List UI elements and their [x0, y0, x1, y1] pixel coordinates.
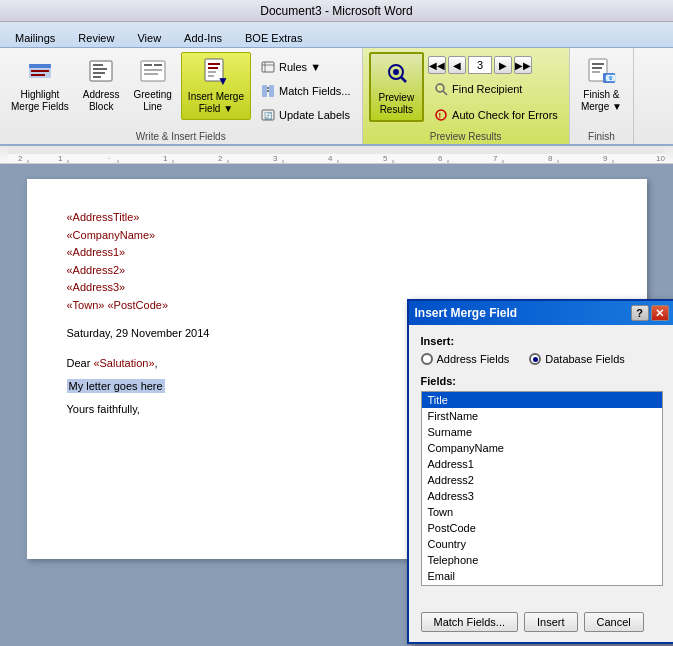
preview-results-icon — [380, 58, 412, 90]
find-recipient-icon — [433, 81, 449, 97]
svg-text:8: 8 — [548, 154, 553, 163]
dialog-help-button[interactable]: ? — [631, 305, 649, 321]
svg-text:6: 6 — [438, 154, 443, 163]
field-address2: «Address2» — [67, 262, 607, 280]
tab-mailings[interactable]: Mailings — [4, 27, 66, 47]
fields-list[interactable]: Title FirstName Surname CompanyName Addr… — [421, 391, 663, 586]
svg-rect-43 — [8, 154, 665, 164]
field-item-title[interactable]: Title — [422, 392, 662, 408]
insert-merge-field-label: Insert MergeField ▼ — [188, 91, 244, 115]
svg-rect-39 — [592, 71, 600, 73]
ribbon-group-finish-content: 📧 Finish &Merge ▼ — [576, 52, 627, 129]
match-fields-icon — [260, 83, 276, 99]
document-area: «AddressTitle» «CompanyName» «Address1» … — [0, 164, 673, 646]
svg-rect-15 — [208, 63, 220, 65]
address-block-label: AddressBlock — [83, 89, 120, 113]
nav-next-button[interactable]: ▶ — [494, 56, 512, 74]
fields-label: Fields: — [421, 375, 663, 387]
nav-number-input[interactable] — [468, 56, 492, 74]
highlight-merge-label: HighlightMerge Fields — [11, 89, 69, 113]
field-item-directline[interactable]: DirectLine — [422, 584, 662, 586]
svg-rect-37 — [592, 63, 604, 65]
tab-boe[interactable]: BOE Extras — [234, 27, 313, 47]
radio-database-fields[interactable]: Database Fields — [529, 353, 625, 365]
preview-group-label: Preview Results — [430, 129, 502, 142]
tab-addins[interactable]: Add-Ins — [173, 27, 233, 47]
preview-results-label: PreviewResults — [379, 92, 415, 116]
ribbon-group-write-content: HighlightMerge Fields AddressBlock — [6, 52, 356, 129]
update-labels-button[interactable]: 🔄 Update Labels — [255, 104, 356, 126]
radio-database-label: Database Fields — [545, 353, 625, 365]
ribbon-group-finish: 📧 Finish &Merge ▼ Finish — [570, 48, 634, 144]
ruler: 2 1 · 1 2 3 4 5 6 7 8 9 10 — [0, 146, 673, 164]
address-block-button[interactable]: AddressBlock — [78, 52, 125, 116]
small-buttons-group: Rules ▼ Match Fields... — [255, 56, 356, 126]
finish-merge-label: Finish &Merge ▼ — [581, 89, 622, 113]
ribbon-tabs: Mailings Review View Add-Ins BOE Extras — [0, 22, 673, 48]
dialog-close-button[interactable]: ✕ — [651, 305, 669, 321]
greeting-line-label: GreetingLine — [134, 89, 172, 113]
insert-button-dialog[interactable]: Insert — [524, 612, 578, 632]
field-item-companyname[interactable]: CompanyName — [422, 440, 662, 456]
radio-address-circle — [421, 353, 433, 365]
nav-prev-button[interactable]: ◀ — [448, 56, 466, 74]
salutation-field: «Salutation» — [93, 357, 154, 369]
field-address1: «Address1» — [67, 244, 607, 262]
tab-review[interactable]: Review — [67, 27, 125, 47]
update-labels-label: Update Labels — [279, 109, 350, 121]
radio-group-insert: Address Fields Database Fields — [421, 353, 663, 365]
field-item-address2[interactable]: Address2 — [422, 472, 662, 488]
cancel-button-dialog[interactable]: Cancel — [584, 612, 644, 632]
field-item-address1[interactable]: Address1 — [422, 456, 662, 472]
svg-text:10: 10 — [656, 154, 665, 163]
svg-rect-11 — [154, 64, 162, 66]
svg-text:1: 1 — [163, 154, 168, 163]
preview-controls: ◀◀ ◀ ▶ ▶▶ Find Recipient — [428, 56, 563, 126]
finish-merge-button[interactable]: 📧 Finish &Merge ▼ — [576, 52, 627, 116]
match-fields-button[interactable]: Match Fields... — [255, 80, 356, 102]
field-item-telephone[interactable]: Telephone — [422, 552, 662, 568]
field-item-town[interactable]: Town — [422, 504, 662, 520]
dialog-title-buttons: ? ✕ — [631, 305, 669, 321]
field-item-firstname[interactable]: FirstName — [422, 408, 662, 424]
finish-group-label: Finish — [588, 129, 615, 142]
radio-database-circle — [529, 353, 541, 365]
svg-text:📧: 📧 — [605, 72, 617, 84]
field-item-address3[interactable]: Address3 — [422, 488, 662, 504]
field-item-surname[interactable]: Surname — [422, 424, 662, 440]
nav-last-button[interactable]: ▶▶ — [514, 56, 532, 74]
tab-view[interactable]: View — [126, 27, 172, 47]
svg-rect-23 — [262, 85, 267, 97]
svg-text:🔄: 🔄 — [264, 111, 273, 120]
svg-text:!: ! — [439, 111, 442, 120]
body-text-highlight: My letter goes here — [67, 379, 165, 393]
greeting-line-button[interactable]: GreetingLine — [129, 52, 177, 116]
svg-text:7: 7 — [493, 154, 498, 163]
svg-rect-6 — [93, 68, 107, 70]
radio-address-label: Address Fields — [437, 353, 510, 365]
find-recipient-button[interactable]: Find Recipient — [428, 78, 563, 100]
svg-point-30 — [393, 69, 399, 75]
greeting-line-icon — [137, 55, 169, 87]
rules-button[interactable]: Rules ▼ — [255, 56, 356, 78]
auto-check-button[interactable]: ! Auto Check for Errors — [428, 104, 563, 126]
svg-rect-16 — [208, 67, 218, 69]
svg-text:2: 2 — [18, 154, 23, 163]
address-block-icon — [85, 55, 117, 87]
radio-address-fields[interactable]: Address Fields — [421, 353, 510, 365]
match-fields-button-dialog[interactable]: Match Fields... — [421, 612, 519, 632]
svg-rect-17 — [208, 71, 216, 73]
field-item-country[interactable]: Country — [422, 536, 662, 552]
svg-text:▼: ▼ — [217, 74, 229, 88]
svg-rect-3 — [31, 74, 45, 76]
field-item-postcode[interactable]: PostCode — [422, 520, 662, 536]
dialog-footer: Match Fields... Insert Cancel — [409, 606, 674, 642]
ribbon-group-write-insert: HighlightMerge Fields AddressBlock — [0, 48, 363, 144]
nav-first-button[interactable]: ◀◀ — [428, 56, 446, 74]
field-item-email[interactable]: Email — [422, 568, 662, 584]
svg-text:9: 9 — [603, 154, 608, 163]
highlight-merge-fields-button[interactable]: HighlightMerge Fields — [6, 52, 74, 116]
svg-rect-1 — [29, 64, 51, 68]
insert-merge-field-button[interactable]: ▼ Insert MergeField ▼ — [181, 52, 251, 120]
preview-results-button[interactable]: PreviewResults — [369, 52, 425, 122]
